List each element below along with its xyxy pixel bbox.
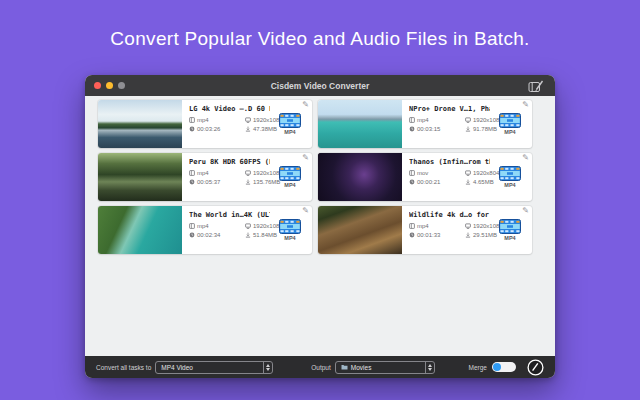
- duration-item: 00:02:34: [189, 232, 241, 238]
- duration-item: 00:05:37: [189, 179, 241, 185]
- card-duration: 00:02:34: [197, 232, 220, 238]
- monitor-icon: [245, 223, 251, 229]
- merge-toggle-knob: [493, 363, 501, 371]
- video-card[interactable]: Peru 8K HDR 60FPS (FUHD) mp4 1920x1080 0…: [98, 153, 312, 201]
- output-label: Output: [311, 364, 331, 371]
- output-select[interactable]: Movies: [335, 361, 435, 374]
- merge-toggle[interactable]: [492, 362, 516, 372]
- close-button[interactable]: [94, 82, 101, 89]
- card-title: LG 4k Video —.D 60 FPS.f137: [189, 105, 270, 113]
- card-title: Peru 8K HDR 60FPS (FUHD): [189, 158, 270, 166]
- card-title: Thanos (Infin…rom the films: [409, 158, 490, 166]
- video-card[interactable]: NPro+ Drone V…1, Phantom2) mp4 1920x1080…: [318, 100, 532, 148]
- edit-pencil-icon[interactable]: ✎: [522, 153, 529, 163]
- card-format: mp4: [417, 223, 429, 229]
- video-file-icon: [279, 166, 301, 181]
- clock-icon: [409, 232, 415, 238]
- card-duration: 00:03:15: [417, 126, 440, 132]
- video-file-icon: [499, 166, 521, 181]
- card-title: The World in…4K (ULTRA HD): [189, 211, 270, 219]
- card-title: NPro+ Drone V…1, Phantom2): [409, 105, 490, 113]
- edit-pencil-icon[interactable]: ✎: [522, 100, 529, 110]
- monitor-icon: [245, 117, 251, 123]
- file-list-area: LG 4k Video —.D 60 FPS.f137 mp4 1920x108…: [85, 96, 555, 356]
- titlebar: Cisdem Video Converter: [85, 75, 555, 96]
- video-thumbnail: [318, 206, 402, 254]
- duration-item: 00:03:15: [409, 126, 461, 132]
- traffic-lights: [94, 82, 125, 89]
- duration-item: 00:03:26: [189, 126, 241, 132]
- card-duration: 00:00:21: [417, 179, 440, 185]
- download-size-icon: [245, 126, 251, 132]
- convert-button[interactable]: [527, 359, 544, 376]
- download-size-icon: [465, 179, 471, 185]
- format-select[interactable]: MP4 Video: [155, 361, 273, 374]
- video-card[interactable]: Thanos (Infin…rom the films mov 1920x804…: [318, 153, 532, 201]
- monitor-icon: [465, 170, 471, 176]
- card-badge-label: MP4: [284, 129, 295, 135]
- card-format: mp4: [197, 117, 209, 123]
- file-icon: [189, 223, 195, 229]
- card-badge-label: MP4: [504, 129, 515, 135]
- download-size-icon: [465, 126, 471, 132]
- stepper-icon: [425, 362, 434, 373]
- card-format: mp4: [197, 170, 209, 176]
- monitor-icon: [245, 170, 251, 176]
- video-file-icon: [499, 113, 521, 128]
- video-thumbnail: [98, 153, 182, 201]
- video-thumbnail: [318, 100, 402, 148]
- video-info: Thanos (Infin…rom the films mov 1920x804…: [402, 153, 492, 201]
- edit-pencil-icon[interactable]: ✎: [302, 153, 309, 163]
- video-info: Peru 8K HDR 60FPS (FUHD) mp4 1920x1080 0…: [182, 153, 272, 201]
- video-file-icon: [279, 113, 301, 128]
- video-file-icon: [279, 219, 301, 234]
- download-size-icon: [245, 232, 251, 238]
- format-item: mp4: [189, 223, 241, 229]
- marketing-headline: Convert Popular Video and Audio Files in…: [0, 28, 640, 50]
- card-badge-label: MP4: [504, 182, 515, 188]
- card-badge-label: MP4: [284, 182, 295, 188]
- file-icon: [409, 223, 415, 229]
- file-icon: [409, 170, 415, 176]
- edit-pencil-icon[interactable]: ✎: [522, 206, 529, 216]
- clock-icon: [189, 126, 195, 132]
- convert-all-label: Convert all tasks to: [96, 364, 151, 371]
- download-size-icon: [245, 179, 251, 185]
- card-badge-label: MP4: [504, 235, 515, 241]
- video-card[interactable]: Wildlife 4k d…o for oled tv mp4 1920x108…: [318, 206, 532, 254]
- film-edit-icon[interactable]: [528, 79, 544, 92]
- card-badge-label: MP4: [284, 235, 295, 241]
- merge-label: Merge: [469, 364, 487, 371]
- card-duration: 00:03:26: [197, 126, 220, 132]
- edit-pencil-icon[interactable]: ✎: [302, 100, 309, 110]
- card-format: mp4: [197, 223, 209, 229]
- file-icon: [189, 170, 195, 176]
- app-window: Cisdem Video Converter LG 4k Video —.D 6…: [85, 75, 555, 378]
- video-card[interactable]: The World in…4K (ULTRA HD) mp4 1920x1080…: [98, 206, 312, 254]
- clock-icon: [189, 179, 195, 185]
- download-size-icon: [465, 232, 471, 238]
- video-info: LG 4k Video —.D 60 FPS.f137 mp4 1920x108…: [182, 100, 272, 148]
- window-title: Cisdem Video Converter: [85, 81, 555, 91]
- file-grid: LG 4k Video —.D 60 FPS.f137 mp4 1920x108…: [98, 100, 555, 254]
- zoom-button[interactable]: [118, 82, 125, 89]
- format-select-value: MP4 Video: [161, 364, 259, 371]
- card-duration: 00:01:33: [417, 232, 440, 238]
- edit-pencil-icon[interactable]: ✎: [302, 206, 309, 216]
- monitor-icon: [465, 223, 471, 229]
- card-size: 4.65MB: [473, 179, 494, 185]
- monitor-icon: [465, 117, 471, 123]
- duration-item: 00:00:21: [409, 179, 461, 185]
- video-file-icon: [499, 219, 521, 234]
- clock-icon: [409, 179, 415, 185]
- format-item: mp4: [189, 117, 241, 123]
- desktop-background: Convert Popular Video and Audio Files in…: [0, 0, 640, 400]
- card-duration: 00:05:37: [197, 179, 220, 185]
- minimize-button[interactable]: [106, 82, 113, 89]
- video-info: Wildlife 4k d…o for oled tv mp4 1920x108…: [402, 206, 492, 254]
- video-card[interactable]: LG 4k Video —.D 60 FPS.f137 mp4 1920x108…: [98, 100, 312, 148]
- output-select-value: Movies: [351, 364, 421, 371]
- clock-icon: [409, 126, 415, 132]
- card-format: mov: [417, 170, 428, 176]
- video-info: The World in…4K (ULTRA HD) mp4 1920x1080…: [182, 206, 272, 254]
